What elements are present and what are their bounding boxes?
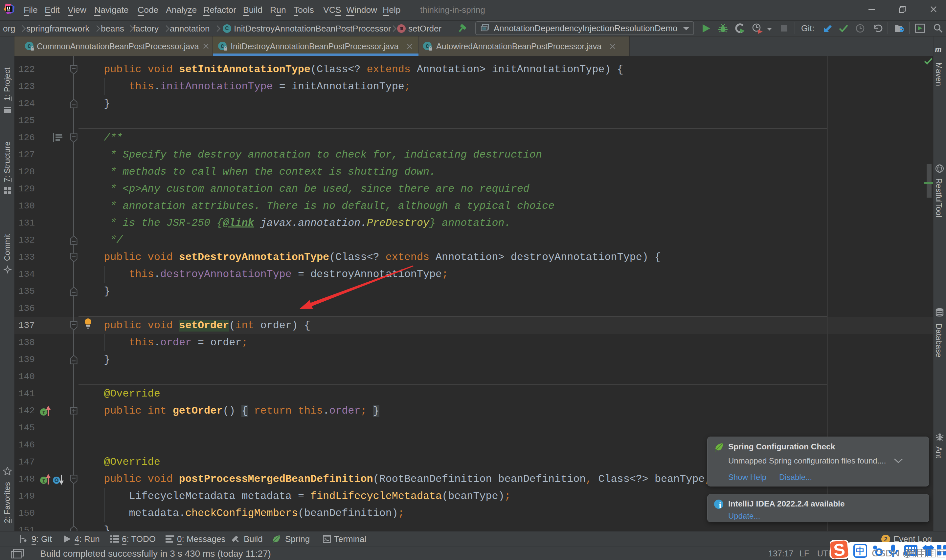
svg-text:C: C <box>426 43 429 49</box>
svg-text:I: I <box>42 410 45 416</box>
svg-text:S: S <box>833 540 846 560</box>
svg-text:I: I <box>42 478 45 484</box>
svg-text:C: C <box>28 43 31 49</box>
svg-text:C: C <box>221 43 224 49</box>
